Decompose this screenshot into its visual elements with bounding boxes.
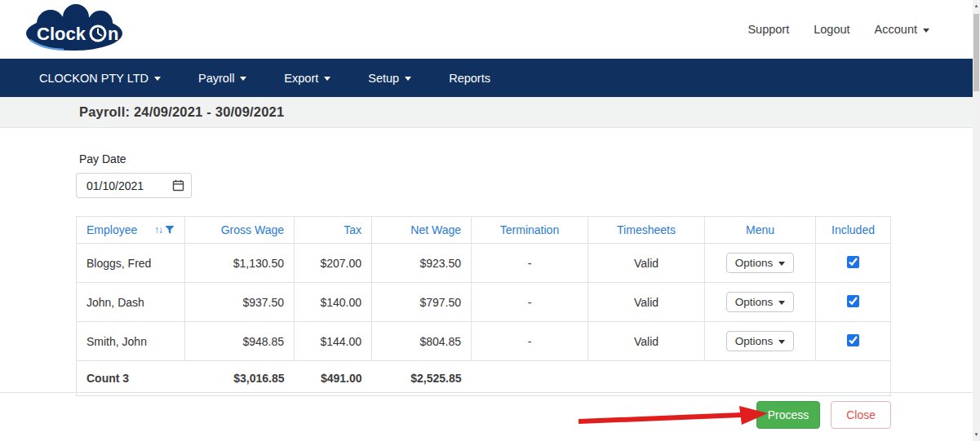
tax-total: $491.00 [295,361,372,396]
table-row: Bloggs, Fred $1,130.50 $207.00 $923.50 -… [77,244,891,283]
chevron-down-icon [154,77,161,81]
filter-funnel-icon[interactable] [165,225,175,235]
nav-setup-label: Setup [368,72,399,85]
pay-date-label: Pay Date [79,152,980,165]
table-footer-row: Count 3 $3,016.85 $491.00 $2,525.85 [77,361,891,396]
included-checkbox[interactable] [847,295,859,307]
column-header-employee-label: Employee [86,223,137,236]
menu-cell: Options [705,283,816,322]
net-total: $2,525.85 [372,361,472,396]
close-button[interactable]: Close [831,401,891,429]
pay-date-value: 01/10/2021 [86,179,144,192]
clockon-logo[interactable]: Clock n [24,3,124,55]
menu-cell: Options [705,244,816,283]
row-count: Count 3 [77,361,185,396]
chevron-down-icon [324,77,330,81]
options-dropdown-button[interactable]: Options [726,253,795,273]
column-header-termination[interactable]: Termination [472,217,588,244]
support-link[interactable]: Support [747,23,789,36]
account-menu-label: Account [875,23,917,36]
top-header: Clock n Support Logout Account [0,0,980,59]
table-header-row: Employee ↑↓ Gross Wage Tax Net Wage Term… [77,217,891,244]
net-wage-cell: $804.85 [372,322,472,361]
nav-payroll-menu[interactable]: Payroll [198,72,246,85]
column-header-timesheets[interactable]: Timesheets [588,217,705,244]
scroll-down-arrow[interactable]: ▼ [973,429,980,441]
action-buttons: Process Close [756,401,891,429]
net-wage-cell: $923.50 [372,244,472,283]
termination-cell: - [472,244,588,283]
chevron-down-icon [405,77,411,81]
nav-export-menu[interactable]: Export [284,72,330,85]
nav-export-label: Export [284,72,318,85]
payroll-table: Employee ↑↓ Gross Wage Tax Net Wage Term… [76,216,891,396]
vertical-scrollbar[interactable]: ▲ ▼ [973,0,980,441]
column-header-menu[interactable]: Menu [705,217,816,244]
chevron-down-icon [778,340,785,344]
chevron-down-icon [923,29,929,33]
employee-name-cell: Smith, John [77,322,185,361]
nav-payroll-label: Payroll [198,72,234,85]
content-area: Pay Date 01/10/2021 Employee ↑↓ [0,152,980,396]
chevron-down-icon [778,301,785,305]
termination-cell: - [472,283,588,322]
options-dropdown-button[interactable]: Options [726,331,795,351]
timesheets-cell: Valid [588,322,705,361]
sort-icon[interactable]: ↑↓ [154,224,162,236]
header-links: Support Logout Account [723,23,929,36]
options-label: Options [735,335,774,347]
options-label: Options [735,257,774,269]
nav-company-label: CLOCKON PTY LTD [39,72,149,85]
scroll-up-arrow[interactable]: ▲ [973,0,980,12]
account-menu[interactable]: Account [875,23,929,36]
gross-wage-cell: $948.85 [185,322,295,361]
logout-link[interactable]: Logout [814,23,849,36]
termination-cell: - [472,322,588,361]
included-cell [816,244,891,283]
page-title: Payroll: 24/09/2021 - 30/09/2021 [79,104,284,120]
pay-date-input[interactable]: 01/10/2021 [76,173,192,198]
column-header-gross-wage[interactable]: Gross Wage [185,217,295,244]
chevron-down-icon [778,262,785,266]
timesheets-cell: Valid [588,283,705,322]
scroll-thumb[interactable] [973,14,979,91]
main-navbar: CLOCKON PTY LTD Payroll Export Setup Rep… [0,59,980,97]
options-label: Options [735,296,774,308]
gross-wage-cell: $1,130.50 [185,244,295,283]
column-header-employee[interactable]: Employee ↑↓ [77,217,185,244]
employee-name-cell: John, Dash [77,283,185,322]
tax-cell: $140.00 [295,283,372,322]
included-cell [816,322,891,361]
table-row: Smith, John $948.85 $144.00 $804.85 - Va… [77,322,891,361]
nav-reports-link[interactable]: Reports [449,72,490,85]
included-checkbox[interactable] [847,256,859,268]
chevron-down-icon [240,77,246,81]
menu-cell: Options [705,322,816,361]
table-row: John, Dash $937.50 $140.00 $797.50 - Val… [77,283,891,322]
column-header-included[interactable]: Included [816,217,891,244]
column-header-net-wage[interactable]: Net Wage [372,217,472,244]
page-title-bar: Payroll: 24/09/2021 - 30/09/2021 [0,97,980,128]
tax-cell: $144.00 [295,322,372,361]
timesheets-cell: Valid [588,244,705,283]
clockon-logo-image: Clock n [24,3,124,52]
included-checkbox[interactable] [847,334,859,346]
nav-setup-menu[interactable]: Setup [368,72,411,85]
tax-cell: $207.00 [295,244,372,283]
logo-text-left: Clock [37,24,86,44]
pointer-arrow [574,404,769,427]
nav-company-menu[interactable]: CLOCKON PTY LTD [39,72,161,85]
column-header-tax[interactable]: Tax [295,217,372,244]
pay-date-group: Pay Date 01/10/2021 [76,152,980,198]
employee-name-cell: Bloggs, Fred [77,244,185,283]
included-cell [816,283,891,322]
net-wage-cell: $797.50 [372,283,472,322]
gross-total: $3,016.85 [185,361,295,396]
options-dropdown-button[interactable]: Options [726,292,795,312]
calendar-icon[interactable] [172,179,184,192]
logo-text-right: n [108,24,118,44]
gross-wage-cell: $937.50 [185,283,295,322]
nav-reports-label: Reports [449,72,490,85]
footer-divider [0,392,973,393]
